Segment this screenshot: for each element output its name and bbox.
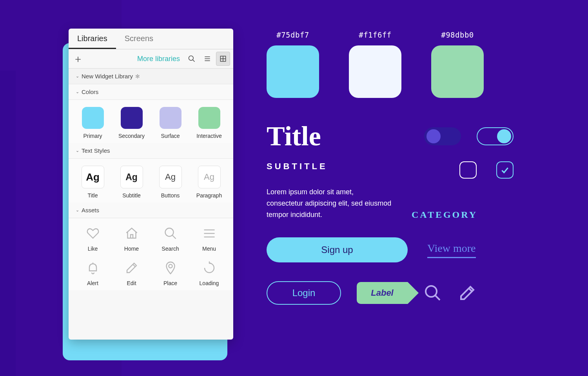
tab-libraries[interactable]: Libraries xyxy=(69,29,116,49)
subtitle-row: SUBTITLE xyxy=(267,161,514,179)
toolbar-list-button[interactable] xyxy=(200,52,214,66)
chevron-down-icon: ⌄ xyxy=(76,148,79,153)
swatch-label: Surface xyxy=(161,133,180,139)
paragraph-row: Lorem ipsum dolor sit amet, consectetur … xyxy=(267,186,514,220)
ag-buttons: Ag xyxy=(165,172,176,182)
loading-icon xyxy=(201,260,218,276)
title-row: Title xyxy=(267,121,514,152)
asset-place[interactable]: Place xyxy=(154,260,187,286)
search-icon[interactable] xyxy=(423,284,442,302)
ag-subtitle: Ag xyxy=(125,172,138,183)
panel-tabs: Libraries Screens xyxy=(69,29,233,49)
check-icon xyxy=(500,165,510,175)
svg-line-1 xyxy=(193,60,195,62)
asset-label: Search xyxy=(162,246,179,252)
menu-icon xyxy=(201,225,218,242)
asset-label: Loading xyxy=(200,280,219,286)
panel-toolbar: ＋ More libraries xyxy=(69,49,233,69)
toggle-off[interactable] xyxy=(424,127,461,145)
asset-label: Edit xyxy=(127,280,136,286)
asset-label: Alert xyxy=(87,280,98,286)
chevron-down-icon: ⌄ xyxy=(76,208,79,213)
tab-screens[interactable]: Screens xyxy=(116,29,162,49)
swatch-col-1: #75dbf7 xyxy=(267,31,319,98)
asset-menu[interactable]: Menu xyxy=(193,225,225,252)
search-icon xyxy=(188,55,196,63)
toggle-knob xyxy=(426,129,441,143)
color-interactive[interactable]: Interactive xyxy=(193,107,225,139)
asset-edit[interactable]: Edit xyxy=(115,260,148,286)
bg-decor-stripe-dark xyxy=(0,70,16,376)
section-colors-body: Primary Secondary Surface Interactive xyxy=(69,100,233,143)
swatch-col-3: #98dbb0 xyxy=(431,31,484,98)
textstyle-label: Title xyxy=(88,192,98,199)
swatch-label: Secondary xyxy=(118,133,145,139)
swatch-surface xyxy=(160,107,181,129)
textstyle-paragraph[interactable]: Ag Paragraph xyxy=(193,166,225,199)
library-panel: Libraries Screens ＋ More libraries ⌄ New… xyxy=(69,29,233,340)
color-surface[interactable]: Surface xyxy=(154,107,187,139)
section-colors-header[interactable]: ⌄ Colors xyxy=(69,84,233,100)
section-colors-title: Colors xyxy=(82,89,98,95)
textstyle-subtitle[interactable]: Ag Subtitle xyxy=(115,166,148,199)
title-sample: Title xyxy=(267,121,321,152)
big-swatch-2[interactable] xyxy=(349,45,401,98)
label-tag[interactable]: Label xyxy=(357,282,408,304)
svg-line-15 xyxy=(435,295,440,300)
swatch-hex: #98dbb0 xyxy=(431,31,484,39)
section-textstyles-header[interactable]: ⌄ Text Styles xyxy=(69,143,233,159)
viewmore-link[interactable]: View more xyxy=(427,242,476,258)
list-icon xyxy=(203,55,211,63)
swatch-primary xyxy=(82,107,104,129)
color-primary[interactable]: Primary xyxy=(76,107,109,139)
asset-loading[interactable]: Loading xyxy=(193,260,225,286)
textstyle-title[interactable]: Ag Title xyxy=(76,166,109,199)
big-swatch-1[interactable] xyxy=(267,45,319,98)
pencil-icon[interactable] xyxy=(458,284,477,302)
swatch-hex: #75dbf7 xyxy=(267,31,319,39)
ag-title: Ag xyxy=(86,171,100,183)
subtitle-sample: SUBTITLE xyxy=(267,161,328,179)
asset-alert[interactable]: Alert xyxy=(76,260,109,286)
section-assets-header[interactable]: ⌄ Assets xyxy=(69,202,233,218)
bell-icon xyxy=(85,260,101,276)
asset-like[interactable]: Like xyxy=(76,225,109,252)
svg-point-13 xyxy=(169,264,172,268)
textstyle-buttons[interactable]: Ag Buttons xyxy=(154,166,187,199)
gear-icon[interactable]: ✻ xyxy=(135,73,140,80)
asset-home[interactable]: Home xyxy=(115,225,148,252)
grid-icon xyxy=(219,55,227,63)
swatch-interactive xyxy=(198,107,220,129)
bottom-row: Login Label xyxy=(267,281,514,305)
textstyle-label: Subtitle xyxy=(122,192,141,199)
asset-label: Like xyxy=(88,246,98,252)
toolbar-grid-button[interactable] xyxy=(216,52,230,66)
swatch-row: #75dbf7 #f1f6ff #98dbb0 xyxy=(267,31,514,98)
svg-point-8 xyxy=(165,228,173,237)
ag-paragraph: Ag xyxy=(204,172,214,182)
svg-point-14 xyxy=(426,286,437,297)
toggle-on[interactable] xyxy=(477,127,514,145)
swatch-label: Interactive xyxy=(196,133,222,139)
category-sample: CATEGORY xyxy=(412,210,477,220)
checkbox-unchecked[interactable] xyxy=(459,161,477,179)
asset-label: Menu xyxy=(202,246,216,252)
swatch-hex: #f1f6ff xyxy=(349,31,401,39)
add-library-button[interactable]: ＋ xyxy=(72,52,84,65)
section-assets-body: Like Home Search Menu Alert Edit xyxy=(69,218,233,290)
signup-button[interactable]: Sign up xyxy=(267,237,408,262)
library-name: New Widget Library xyxy=(82,73,133,80)
login-button[interactable]: Login xyxy=(267,281,341,305)
asset-search[interactable]: Search xyxy=(154,225,187,252)
toolbar-search-button[interactable] xyxy=(185,52,199,66)
textstyle-label: Paragraph xyxy=(196,192,222,199)
swatch-col-2: #f1f6ff xyxy=(349,31,401,98)
color-secondary[interactable]: Secondary xyxy=(115,107,148,139)
more-libraries-link[interactable]: More libraries xyxy=(86,55,183,63)
big-swatch-3[interactable] xyxy=(431,45,484,98)
chevron-down-icon: ⌄ xyxy=(76,74,79,79)
checkbox-checked[interactable] xyxy=(496,161,514,179)
library-header[interactable]: ⌄ New Widget Library ✻ xyxy=(69,69,233,84)
svg-line-9 xyxy=(172,235,176,239)
asset-label: Home xyxy=(124,246,139,252)
